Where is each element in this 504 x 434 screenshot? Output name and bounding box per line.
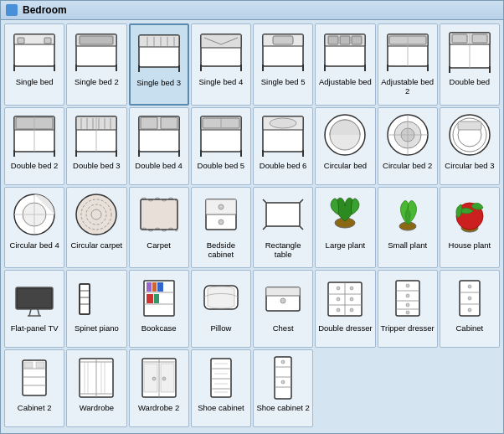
label-circular-bed-3: Circular bed 3 [445,161,494,170]
item-circular-bed-3[interactable]: Circular bed 3 [440,107,500,185]
icon-adjustable-bed-2 [383,27,432,75]
label-pillow: Pillow [210,323,231,333]
icon-cabinet [445,273,494,322]
svg-rect-45 [472,34,487,43]
window-title: Bedroom [23,4,67,16]
item-pillow[interactable]: Pillow [191,270,251,348]
svg-rect-137 [266,287,300,296]
label-wardrobe-2: Wardrobe 2 [138,403,179,412]
item-single-bed[interactable]: Single bed [4,23,64,106]
label-adjustable-bed: Adjustable bed [319,77,372,86]
item-double-dresser[interactable]: Double dresser [315,270,375,348]
svg-rect-12 [139,35,179,47]
label-double-bed-2: Double bed 2 [11,161,59,170]
label-tripper-dresser: Tripper dresser [381,323,435,333]
item-double-bed-2[interactable]: Double bed 2 [4,107,64,185]
icon-circular-bed [321,111,369,159]
item-shoe-cabinet[interactable]: Shoe cabinet [191,349,251,427]
item-double-bed-3[interactable]: Double bed 3 [66,107,126,185]
item-circular-carpet[interactable]: Circular carpet [66,187,126,269]
label-single-bed-2: Single bed 2 [75,77,119,86]
item-double-bed[interactable]: Double bed [440,23,500,106]
svg-point-157 [406,311,409,314]
icon-double-bed [445,27,494,75]
icon-spinet-piano [72,273,121,322]
svg-point-193 [281,360,285,364]
label-wardrobe: Wardrobe [80,403,114,412]
item-single-bed-3[interactable]: Single bed 3 [129,23,189,106]
item-spinet-piano[interactable]: Spinet piano [66,270,126,348]
item-adjustable-bed[interactable]: Adjustable bed [315,23,375,106]
svg-line-111 [263,226,266,230]
label-single-bed-4: Single bed 4 [198,77,243,86]
icon-flat-panel-tv [10,273,59,322]
item-double-bed-5[interactable]: Double bed 5 [191,107,251,185]
svg-point-183 [152,377,156,380]
svg-point-155 [406,294,409,297]
item-cabinet[interactable]: Cabinet [440,270,500,348]
item-cabinet-2[interactable]: Cabinet 2 [4,349,64,427]
item-house-plant[interactable]: House plant [440,187,500,269]
label-cabinet: Cabinet [456,323,484,333]
svg-rect-169 [36,362,44,368]
item-carpet[interactable]: Carpet [129,187,189,269]
item-wardrobe[interactable]: Wardrobe [66,349,126,427]
label-single-bed-3: Single bed 3 [136,78,181,87]
label-small-plant: Small plant [388,240,427,250]
icon-single-bed [10,27,59,75]
svg-rect-21 [201,34,241,48]
item-shoe-cabinet-2[interactable]: Shoe cabinet 2 [253,349,313,427]
svg-point-161 [468,285,471,288]
svg-line-120 [38,309,39,316]
item-flat-panel-tv[interactable]: Flat-panel TV [4,270,64,348]
icon-grid: Single bed Single bed 2 Single bed 3 Sin… [1,20,503,431]
icon-circular-bed-3 [445,111,494,159]
svg-point-145 [350,287,353,290]
bedroom-window: Bedroom Single bed Single bed 2 Single b… [0,0,504,434]
item-chest[interactable]: Chest [253,270,313,348]
svg-point-138 [280,298,285,303]
svg-rect-108 [266,203,300,226]
icon-double-dresser [321,273,369,322]
icon-wardrobe-2 [135,353,183,401]
item-bookcase[interactable]: Bookcase [129,270,189,348]
svg-rect-122 [80,284,90,314]
svg-point-184 [162,377,166,380]
item-circular-bed-4[interactable]: Circular bed 4 [4,187,64,269]
item-tripper-dresser[interactable]: Tripper dresser [378,270,438,348]
item-single-bed-4[interactable]: Single bed 4 [191,23,251,106]
item-rectangle-table[interactable]: Rectangle table [253,187,313,269]
svg-point-105 [219,204,224,209]
item-wardrobe-2[interactable]: Wardrobe 2 [129,349,189,427]
item-circular-bed-2[interactable]: Circular bed 2 [378,107,438,185]
svg-rect-26 [273,36,293,44]
svg-point-90 [450,115,490,155]
item-double-bed-4[interactable]: Double bed 4 [129,107,189,185]
svg-rect-44 [452,34,467,43]
label-double-bed-4: Double bed 4 [135,161,183,170]
svg-rect-93 [458,121,481,130]
item-adjustable-bed-2[interactable]: Adjustable bed 2 [378,23,438,106]
label-adjustable-bed-2: Adjustable bed 2 [380,77,435,96]
svg-point-144 [337,287,340,290]
icon-small-plant [383,190,432,239]
svg-rect-118 [18,289,51,307]
label-circular-bed-4: Circular bed 4 [10,240,59,250]
svg-point-147 [350,297,353,301]
svg-line-112 [300,226,303,230]
item-double-bed-6[interactable]: Double bed 6 [253,107,313,185]
item-single-bed-5[interactable]: Single bed 5 [253,23,313,106]
svg-rect-5 [44,38,51,44]
icon-circular-carpet [72,190,121,239]
item-large-plant[interactable]: Large plant [315,187,375,269]
label-single-bed-5: Single bed 5 [261,77,306,86]
icon-single-bed-2 [72,27,121,75]
item-single-bed-2[interactable]: Single bed 2 [66,23,126,106]
icon-single-bed-4 [197,27,245,75]
label-large-plant: Large plant [326,240,366,250]
item-small-plant[interactable]: Small plant [378,187,438,269]
item-circular-bed[interactable]: Circular bed [315,107,375,185]
item-bedside-cabinet[interactable]: Bedside cabinet [191,187,251,269]
svg-rect-102 [141,199,177,230]
label-flat-panel-tv: Flat-panel TV [11,323,59,333]
